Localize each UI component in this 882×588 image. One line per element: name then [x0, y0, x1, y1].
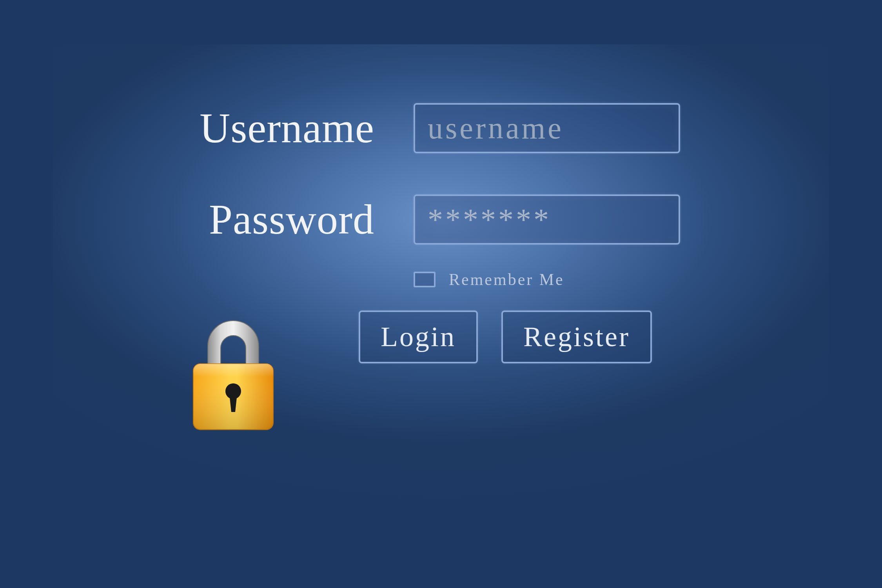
login-panel: Username Password Remember Me Login Regi… [53, 44, 829, 544]
login-button[interactable]: Login [359, 310, 478, 363]
register-button-label: Register [523, 321, 630, 353]
button-row: Login Register [359, 310, 829, 363]
password-label: Password [53, 195, 414, 244]
login-button-label: Login [381, 321, 456, 353]
remember-me-checkbox[interactable] [414, 272, 436, 287]
username-label: Username [53, 104, 414, 152]
password-row: Password [53, 194, 829, 245]
login-form: Username Password Remember Me Login Regi… [53, 103, 829, 363]
lock-icon [182, 311, 284, 436]
remember-me-row: Remember Me [414, 270, 829, 289]
username-row: Username [53, 103, 829, 153]
remember-me-label: Remember Me [449, 270, 564, 289]
register-button[interactable]: Register [501, 310, 652, 363]
username-input[interactable] [414, 103, 680, 153]
password-input[interactable] [414, 194, 680, 245]
